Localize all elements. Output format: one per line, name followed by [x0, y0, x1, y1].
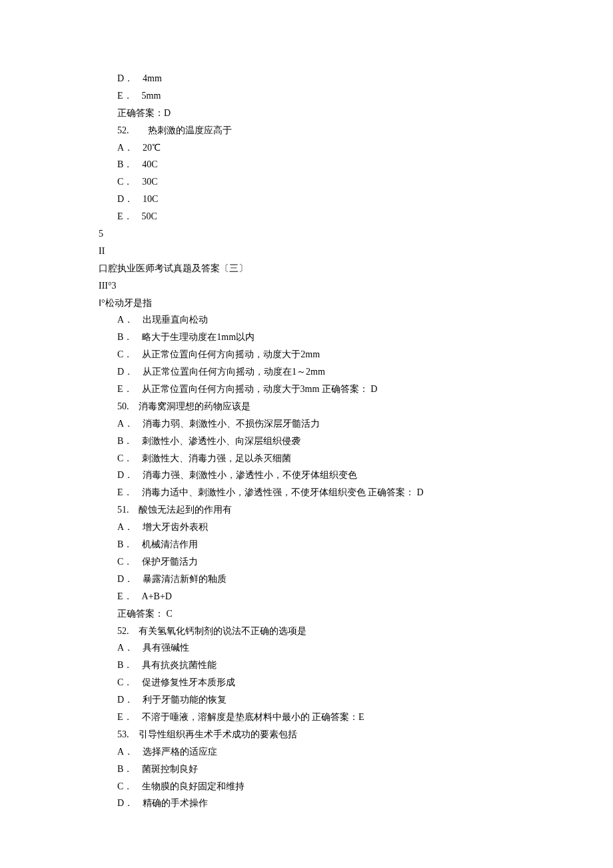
text-line: C． 刺激性大、消毒力强，足以杀灭细菌: [99, 450, 573, 467]
text-line: B． 具有抗炎抗菌性能: [99, 657, 573, 674]
text-line: B． 40C: [99, 156, 573, 173]
text-line: E． 从正常位置向任何方向摇动，动度大于3mm 正确答案： D: [99, 381, 573, 398]
text-line: E． 50C: [99, 208, 573, 225]
text-line: 50. 消毒窝洞理想的药物应该是: [99, 398, 573, 415]
text-line: D． 暴露清洁新鲜的釉质: [99, 571, 573, 588]
text-line: C． 从正常位置向任何方向摇动，动度大于2mm: [99, 346, 573, 363]
text-line: 51. 酸蚀无法起到的作用有: [99, 501, 573, 519]
text-line: II: [99, 243, 573, 260]
text-line: A． 出现垂直向松动: [99, 311, 573, 329]
text-line: Ⅰ°松动牙是指: [99, 295, 573, 312]
text-line: B． 机械清洁作用: [99, 536, 573, 553]
text-line: B． 菌斑控制良好: [99, 761, 573, 778]
text-line: C． 生物膜的良好固定和维持: [99, 778, 573, 795]
text-line: 52. 热刺激的温度应高于: [99, 122, 573, 139]
text-line: C． 30C: [99, 173, 573, 191]
text-line: A． 选择严格的适应症: [99, 743, 573, 761]
document-page: D． 4mmE． 5mm正确答案：D52. 热刺激的温度应高于A． 20℃B． …: [0, 0, 613, 852]
text-line: 53. 引导性组织再生术手术成功的要素包括: [99, 726, 573, 743]
text-line: B． 略大于生理动度在1mm以内: [99, 329, 573, 346]
text-line: D． 4mm: [99, 70, 573, 87]
text-line: E． 消毒力适中、刺激性小，渗透性强，不使牙体组织变色 正确答案： D: [99, 484, 573, 501]
text-line: A． 增大牙齿外表积: [99, 519, 573, 536]
text-line: D． 精确的手术操作: [99, 795, 573, 812]
text-line: E． A+B+D: [99, 588, 573, 605]
text-line: 5: [99, 225, 573, 243]
text-line: A． 消毒力弱、刺激性小、不损伤深层牙髓活力: [99, 415, 573, 433]
text-line: D． 利于牙髓功能的恢复: [99, 691, 573, 709]
text-line: A． 具有强碱性: [99, 639, 573, 657]
text-line: D． 消毒力强、刺激性小，渗透性小，不使牙体组织变色: [99, 467, 573, 484]
text-line: E． 不溶于唾液，溶解度是垫底材料中最小的 正确答案：E: [99, 709, 573, 726]
text-line: E． 5mm: [99, 87, 573, 105]
text-line: A． 20℃: [99, 139, 573, 157]
text-line: 52. 有关氢氧化钙制剂的说法不正确的选项是: [99, 623, 573, 640]
text-line: 正确答案： C: [99, 605, 573, 623]
text-line: 正确答案：D: [99, 105, 573, 122]
text-line: D． 10C: [99, 191, 573, 208]
text-line: B． 刺激性小、渗透性小、向深层组织侵袭: [99, 433, 573, 450]
text-line: 口腔执业医师考试真题及答案〔三〕: [99, 260, 573, 277]
text-line: C． 保护牙髓活力: [99, 553, 573, 571]
text-line: C． 促进修复性牙本质形成: [99, 674, 573, 691]
text-line: D． 从正常位置向任何方向摇动，动度在1～2mm: [99, 363, 573, 381]
text-line: III°3: [99, 277, 573, 295]
